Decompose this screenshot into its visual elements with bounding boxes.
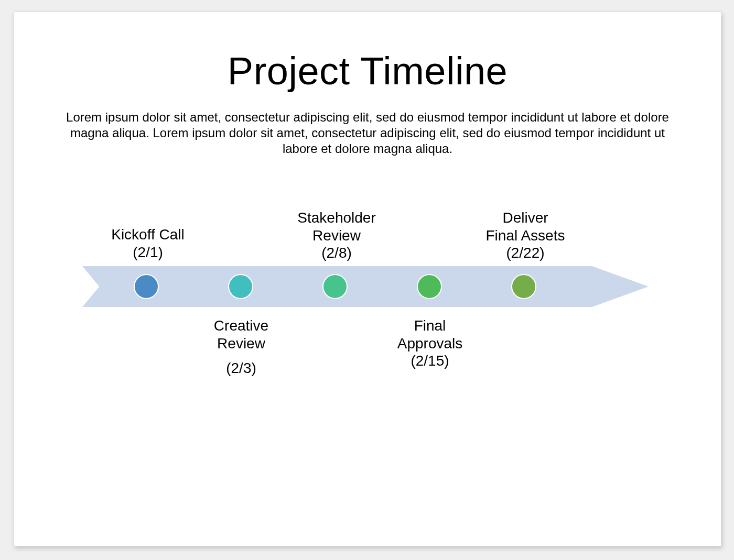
milestone-2-date: (2/3) [181,359,301,377]
milestone-1-date: (2/1) [93,244,203,261]
milestone-3-label: StakeholderReview (2/8) [271,209,402,262]
timeline-dot-2 [228,274,253,299]
timeline-dot-1 [134,274,159,299]
milestone-4-date: (2/15) [370,352,490,370]
milestone-2-label: CreativeReview (2/3) [181,317,301,377]
timeline-arrow [82,266,649,307]
milestone-4-label: FinalApprovals (2/15) [370,317,490,370]
milestone-5-name: DeliverFinal Assets [460,209,591,244]
slide-subtitle: Lorem ipsum dolor sit amet, consectetur … [56,109,679,157]
milestone-3-name-l1: StakeholderReview [271,209,402,244]
timeline-dot-3 [322,274,348,299]
timeline-dot-5 [511,274,536,299]
milestone-4-name: FinalApprovals [370,317,490,352]
spacer [181,352,301,359]
timeline-dot-4 [417,274,442,299]
slide-title: Project Timeline [14,49,721,93]
milestone-5-date: (2/22) [460,244,591,262]
milestone-3-date: (2/8) [271,244,402,262]
canvas-backdrop: Project Timeline Lorem ipsum dolor sit a… [0,0,734,560]
milestone-5-label: DeliverFinal Assets (2/22) [460,209,591,262]
milestone-2-name: CreativeReview [181,317,301,352]
milestone-1-label: Kickoff Call (2/1) [93,226,203,261]
slide: Project Timeline Lorem ipsum dolor sit a… [14,12,721,546]
milestone-1-name: Kickoff Call [93,226,203,244]
